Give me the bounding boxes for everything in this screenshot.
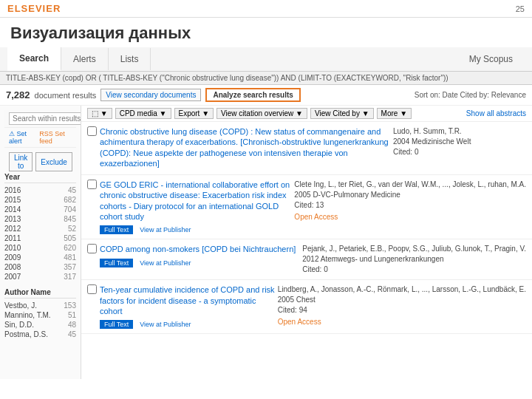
main-content: 🔍 ⚠ Set alert RSS Set feed Link to Exclu… bbox=[0, 106, 532, 379]
results-list: ⬚ ▼ CPD media ▼ Export ▼ View citation o… bbox=[81, 106, 532, 379]
year-item-2007[interactable]: 2007317 bbox=[4, 273, 76, 281]
search-query-bar: TITLE-ABS-KEY (copd) OR ( TITLE-ABS-KEY … bbox=[0, 72, 532, 85]
result-right-1: Ludo, H. Summ, T.R. 2004 Medizinische We… bbox=[393, 126, 526, 157]
result-item-1: Chronic obstructive lung disease (COPD) … bbox=[81, 122, 532, 175]
nav-tabs: Search Alerts Lists My Scopus bbox=[0, 47, 532, 72]
year-filter-section: Year 201645 2015682 2014704 2013845 2012… bbox=[4, 173, 76, 281]
results-mini-toolbar: ⬚ ▼ CPD media ▼ Export ▼ View citation o… bbox=[81, 106, 532, 122]
author-filter-section: Author Name Vestbo, J.153 Mannino, T.M.5… bbox=[4, 288, 76, 338]
results-label: document results bbox=[35, 91, 97, 100]
set-alert-button[interactable]: ⚠ Set alert bbox=[9, 130, 35, 145]
tab-my-scopus[interactable]: My Scopus bbox=[457, 48, 525, 70]
btn-secondary-docs[interactable]: View secondary documents bbox=[100, 89, 201, 101]
author-filter-title: Author Name bbox=[4, 288, 76, 299]
result-checkbox-4[interactable] bbox=[87, 284, 97, 294]
year-item-2015[interactable]: 2015682 bbox=[4, 196, 76, 204]
result-title-4[interactable]: Ten-year cumulative incidence of COPD an… bbox=[100, 285, 275, 316]
year-filter-title: Year bbox=[4, 173, 76, 183]
author-filter-list: Vestbo, J.153 Mannino, T.M.51 Sin, D.D.4… bbox=[4, 301, 76, 338]
elsevier-logo: ELSEVIER bbox=[7, 3, 61, 14]
author-item-3[interactable]: Postma, D.S.45 bbox=[4, 330, 76, 338]
result-body-3: COPD among non-smokers [COPD bei Nichtra… bbox=[100, 244, 299, 267]
search-within-area: 🔍 bbox=[4, 110, 76, 128]
set-feed-button[interactable]: RSS Set feed bbox=[39, 130, 72, 145]
open-access-badge-4: Open Access bbox=[278, 317, 526, 327]
result-title-1[interactable]: Chronic obstructive lung disease (COPD) … bbox=[100, 127, 389, 168]
year-item-2016[interactable]: 201645 bbox=[4, 186, 76, 194]
search-query-text: TITLE-ABS-KEY (copd) OR ( TITLE-ABS-KEY … bbox=[6, 74, 449, 82]
search-within-input[interactable] bbox=[9, 112, 81, 125]
result-right-4: Lindberg, A., Jonasson, A.-C., Rönmark, … bbox=[278, 284, 526, 327]
year-item-2011[interactable]: 2011505 bbox=[4, 234, 76, 242]
result-meta-4: Full Text View at Publisher bbox=[100, 318, 275, 329]
view-cited-btn[interactable]: View Cited by ▼ bbox=[310, 108, 374, 119]
more-btn[interactable]: More ▼ bbox=[377, 108, 412, 119]
result-body-4: Ten-year cumulative incidence of COPD an… bbox=[100, 284, 275, 329]
view-publisher-3[interactable]: View at Publisher bbox=[140, 259, 191, 267]
refine-area: Link to Exclude bbox=[4, 151, 76, 173]
result-right-3: Pejank, J., Petariek, E.B., Poopv, S.G.,… bbox=[302, 244, 526, 275]
result-checkbox-3[interactable] bbox=[87, 244, 97, 253]
link-to-button[interactable]: Link to bbox=[9, 152, 33, 171]
sort-area: Sort on: Date Cited by: Relevance bbox=[415, 91, 526, 99]
view-publisher-2[interactable]: View at Publisher bbox=[140, 226, 191, 233]
result-item-4: Ten-year cumulative incidence of COPD an… bbox=[81, 280, 532, 334]
year-item-2012[interactable]: 201252 bbox=[4, 225, 76, 233]
sidebar: 🔍 ⚠ Set alert RSS Set feed Link to Exclu… bbox=[0, 106, 81, 379]
exclude-button[interactable]: Exclude bbox=[35, 152, 72, 171]
year-item-2013[interactable]: 2013845 bbox=[4, 215, 76, 223]
result-body-1: Chronic obstructive lung disease (COPD) … bbox=[100, 126, 390, 170]
tab-lists[interactable]: Lists bbox=[109, 48, 151, 70]
author-item-0[interactable]: Vestbo, J.153 bbox=[4, 301, 76, 310]
results-count: 7,282 bbox=[6, 89, 30, 100]
year-item-2008[interactable]: 2008357 bbox=[4, 263, 76, 271]
result-checkbox-1[interactable] bbox=[87, 126, 97, 136]
view-citation-btn[interactable]: View citation overview ▼ bbox=[216, 108, 307, 119]
author-item-1[interactable]: Mannino, T.M.51 bbox=[4, 311, 76, 319]
full-text-btn-4[interactable]: Full Text bbox=[100, 320, 133, 329]
year-item-2010[interactable]: 2010620 bbox=[4, 244, 76, 252]
result-item-3: COPD among non-smokers [COPD bei Nichtra… bbox=[81, 239, 532, 280]
result-body-2: GE GOLD ERIC - international collaborati… bbox=[100, 180, 291, 234]
open-access-badge-2: Open Access bbox=[294, 212, 526, 222]
result-meta-3: Full Text View at Publisher bbox=[100, 256, 299, 267]
full-text-btn-2[interactable]: Full Text bbox=[100, 225, 133, 234]
year-item-2009[interactable]: 2009481 bbox=[4, 253, 76, 262]
show-all-abstracts[interactable]: Show all abstracts bbox=[466, 109, 526, 117]
header: ELSEVIER 25 bbox=[0, 0, 532, 18]
page-title: Визуализация данных bbox=[0, 18, 532, 47]
select-all-btn[interactable]: ⬚ ▼ bbox=[87, 108, 112, 119]
cpd-media-btn[interactable]: CPD media ▼ bbox=[115, 108, 171, 119]
tab-search[interactable]: Search bbox=[7, 47, 61, 71]
tab-alerts[interactable]: Alerts bbox=[61, 48, 109, 70]
result-checkbox-2[interactable] bbox=[87, 180, 97, 189]
result-meta-2: Full Text View at Publisher bbox=[100, 223, 291, 234]
result-title-2[interactable]: GE GOLD ERIC - international collaborati… bbox=[100, 180, 290, 221]
year-filter-list: 201645 2015682 2014704 2013845 201252 20… bbox=[4, 186, 76, 281]
export-btn[interactable]: Export ▼ bbox=[174, 108, 214, 119]
full-text-btn-3[interactable]: Full Text bbox=[100, 259, 133, 267]
result-right-2: Clete Ing, L., ter Riet, G., van der Wal… bbox=[294, 180, 526, 222]
btn-analyze[interactable]: Analyze search results bbox=[205, 88, 300, 102]
view-publisher-4[interactable]: View at Publisher bbox=[140, 321, 191, 328]
year-item-2014[interactable]: 2014704 bbox=[4, 205, 76, 214]
result-item-2: GE GOLD ERIC - international collaborati… bbox=[81, 175, 532, 239]
result-title-3[interactable]: COPD among non-smokers [COPD bei Nichtra… bbox=[100, 245, 296, 253]
page-number: 25 bbox=[516, 4, 525, 13]
results-toolbar: 7,282 document results View secondary do… bbox=[0, 85, 532, 106]
author-item-2[interactable]: Sin, D.D.48 bbox=[4, 321, 76, 329]
